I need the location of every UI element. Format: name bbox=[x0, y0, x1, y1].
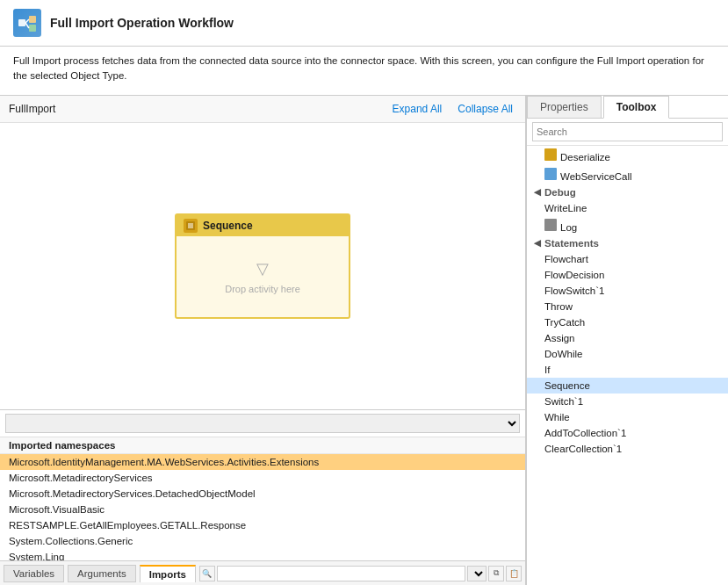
page-title: Full Import Operation Workflow bbox=[50, 16, 234, 30]
description-text: Full Import process fetches data from th… bbox=[0, 47, 728, 96]
drop-text: Drop activity here bbox=[225, 284, 300, 294]
right-panel: Properties Toolbox DeserializeWebService… bbox=[526, 96, 728, 586]
toolbox-list: DeserializeWebServiceCall◀DebugWriteLine… bbox=[527, 146, 728, 586]
namespace-item[interactable]: System.Collections.Generic bbox=[0, 533, 525, 549]
app-icon bbox=[13, 9, 41, 37]
toolbox-item[interactable]: WriteLine bbox=[527, 200, 728, 216]
toolbox-item[interactable]: Deserialize bbox=[527, 146, 728, 165]
tab-imports[interactable]: Imports bbox=[140, 565, 196, 582]
toolbox-item[interactable]: While bbox=[527, 409, 728, 425]
group-label: Debug bbox=[544, 187, 576, 198]
toolbox-group[interactable]: ◀Statements bbox=[527, 235, 728, 251]
toolbox-item[interactable]: Throw bbox=[527, 299, 728, 314]
group-label: Statements bbox=[544, 238, 599, 249]
namespace-item[interactable]: System.Linq bbox=[0, 549, 525, 560]
toolbox-search-input[interactable] bbox=[532, 122, 723, 141]
workflow-label: FullImport bbox=[9, 103, 55, 115]
namespace-panel: Imported namespaces Microsoft.IdentityMa… bbox=[0, 409, 525, 560]
workflow-toolbar: FullImport Expand All Collapse All bbox=[0, 96, 525, 123]
content-area: FullImport Expand All Collapse All Seque… bbox=[0, 96, 728, 586]
toolbox-search-area bbox=[527, 119, 728, 146]
toolbox-item[interactable]: WebServiceCall bbox=[527, 165, 728, 184]
toolbox-item[interactable]: DoWhile bbox=[527, 346, 728, 362]
tab-variables[interactable]: Variables bbox=[4, 565, 64, 582]
toolbox-item-label: Log bbox=[560, 222, 577, 233]
tab-arguments[interactable]: Arguments bbox=[68, 565, 136, 582]
drop-arrow-icon: ▽ bbox=[254, 259, 271, 277]
svg-rect-2 bbox=[29, 25, 36, 32]
toolbox-item[interactable]: ClearCollection`1 bbox=[527, 441, 728, 457]
svg-line-3 bbox=[25, 19, 29, 23]
toolbox-item[interactable]: If bbox=[527, 362, 728, 378]
right-tab-bar: Properties Toolbox bbox=[527, 96, 728, 119]
toolbox-item[interactable]: Switch`1 bbox=[527, 394, 728, 409]
namespace-list-header: Imported namespaces bbox=[0, 437, 525, 454]
toolbox-item-label: Throw bbox=[544, 301, 573, 312]
toolbox-item-label: FlowDecision bbox=[544, 270, 604, 280]
sequence-box: Sequence ▽ Drop activity here bbox=[175, 213, 350, 319]
search-area: 🔍 ⧉ 📋 bbox=[199, 566, 522, 581]
sequence-header: Sequence bbox=[177, 215, 349, 236]
namespace-search-input[interactable] bbox=[217, 566, 465, 581]
toolbox-item[interactable]: Sequence bbox=[527, 378, 728, 394]
paste-btn[interactable]: 📋 bbox=[506, 566, 522, 581]
toolbox-item-label: FlowSwitch`1 bbox=[544, 285, 604, 296]
svg-line-4 bbox=[25, 23, 29, 28]
tab-properties[interactable]: Properties bbox=[527, 96, 602, 118]
toolbox-item-label: TryCatch bbox=[544, 317, 585, 328]
namespace-combo[interactable] bbox=[467, 566, 487, 581]
toolbox-item-label: WriteLine bbox=[544, 203, 587, 213]
toolbox-item-label: ClearCollection`1 bbox=[544, 444, 622, 454]
search-icon-btn[interactable]: 🔍 bbox=[199, 566, 215, 581]
toolbox-item[interactable]: Log bbox=[527, 216, 728, 235]
webservice-icon bbox=[544, 168, 557, 180]
header: Full Import Operation Workflow bbox=[0, 0, 728, 47]
toolbox-item-label: AddToCollection`1 bbox=[544, 428, 626, 438]
toolbox-item[interactable]: Flowchart bbox=[527, 251, 728, 267]
bottom-tab-bar: Variables Arguments Imports 🔍 ⧉ 📋 bbox=[0, 560, 525, 585]
toolbox-item[interactable]: TryCatch bbox=[527, 314, 728, 330]
log-icon bbox=[544, 219, 557, 231]
workflow-panel: FullImport Expand All Collapse All Seque… bbox=[0, 96, 526, 586]
toolbox-item-label: Flowchart bbox=[544, 254, 588, 264]
namespace-item[interactable]: Microsoft.MetadirectoryServices bbox=[0, 470, 525, 486]
collapse-all-button[interactable]: Collapse All bbox=[454, 101, 516, 117]
toolbox-item-label: Sequence bbox=[544, 380, 590, 391]
toolbox-item[interactable]: FlowSwitch`1 bbox=[527, 283, 728, 299]
sequence-body[interactable]: ▽ Drop activity here bbox=[177, 236, 349, 317]
toolbox-item-label: WebServiceCall bbox=[560, 171, 632, 182]
sequence-label: Sequence bbox=[203, 220, 253, 232]
namespace-item[interactable]: Microsoft.MetadirectoryServices.Detached… bbox=[0, 486, 525, 502]
namespace-list: Imported namespaces Microsoft.IdentityMa… bbox=[0, 437, 525, 560]
group-arrow-icon: ◀ bbox=[534, 187, 541, 197]
toolbox-item-label: Deserialize bbox=[560, 152, 610, 162]
deserialize-icon bbox=[544, 148, 557, 161]
toolbox-item-label: Assign bbox=[544, 333, 575, 343]
toolbox-item[interactable]: Assign bbox=[527, 330, 728, 346]
svg-rect-1 bbox=[29, 16, 36, 23]
copy-btn[interactable]: ⧉ bbox=[488, 566, 504, 581]
namespace-item[interactable]: Microsoft.IdentityManagement.MA.WebServi… bbox=[0, 454, 525, 470]
group-arrow-icon: ◀ bbox=[534, 238, 541, 248]
namespace-item[interactable]: RESTSAMPLE.GetAllEmployees.GETALL.Respon… bbox=[0, 517, 525, 533]
namespace-item[interactable]: Microsoft.VisualBasic bbox=[0, 502, 525, 517]
workflow-canvas: Sequence ▽ Drop activity here bbox=[0, 123, 525, 410]
namespace-dropdown[interactable] bbox=[0, 410, 525, 437]
toolbox-item-label: DoWhile bbox=[544, 349, 582, 359]
toolbox-item[interactable]: AddToCollection`1 bbox=[527, 425, 728, 441]
toolbox-group[interactable]: ◀Debug bbox=[527, 184, 728, 200]
toolbox-item[interactable]: FlowDecision bbox=[527, 267, 728, 283]
sequence-icon bbox=[184, 219, 198, 233]
toolbox-item-label: Switch`1 bbox=[544, 396, 583, 407]
namespace-select[interactable] bbox=[5, 414, 520, 433]
expand-all-button[interactable]: Expand All bbox=[389, 101, 446, 117]
tab-toolbox[interactable]: Toolbox bbox=[603, 96, 670, 119]
toolbox-item-label: While bbox=[544, 412, 570, 422]
svg-rect-0 bbox=[18, 19, 25, 26]
toolbox-item-label: If bbox=[544, 365, 550, 375]
